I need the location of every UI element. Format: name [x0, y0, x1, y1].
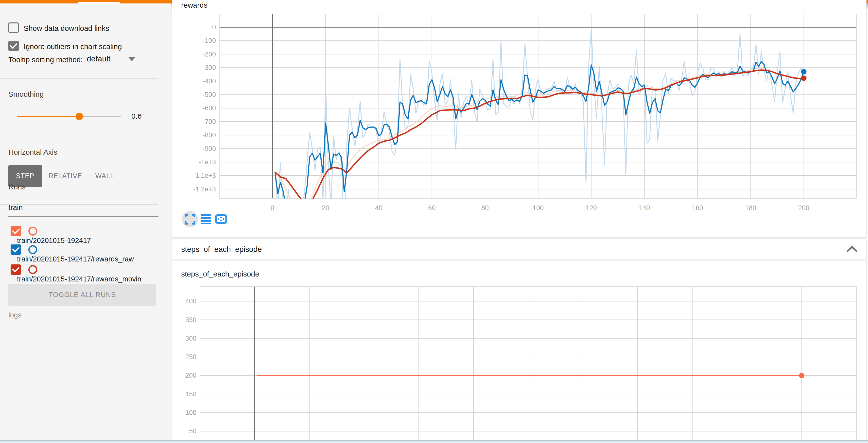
run-filter-input[interactable]: train — [8, 202, 158, 216]
run-radio[interactable] — [28, 245, 37, 254]
svg-text:-900: -900 — [203, 145, 216, 152]
svg-text:0: 0 — [271, 204, 274, 212]
steps-card-title: steps_of_each_episode — [181, 270, 259, 278]
ignore-outliers-checkbox[interactable] — [8, 41, 19, 51]
tooltip-sorting-value: default — [87, 54, 111, 63]
svg-text:200: 200 — [185, 372, 196, 379]
svg-text:-300: -300 — [203, 64, 216, 71]
run-label: train/20201015-192417/rewards_raw — [17, 255, 144, 263]
svg-text:100: 100 — [533, 204, 544, 212]
svg-text:80: 80 — [481, 204, 489, 212]
svg-text:250: 250 — [185, 353, 196, 361]
toggle-all-runs-button[interactable]: TOGGLE ALL RUNS — [8, 284, 156, 306]
svg-text:40: 40 — [375, 204, 382, 212]
run-label: train/20201015-192417 — [17, 236, 144, 245]
divider — [0, 141, 158, 141]
axis-wall-button[interactable]: WALL — [89, 165, 121, 187]
svg-text:-1.2e+3: -1.2e+3 — [193, 185, 216, 193]
steps-section-title: steps_of_each_episode — [181, 245, 262, 254]
axis-relative-button[interactable]: RELATIVE — [47, 165, 84, 187]
run-row[interactable]: train/20201015-192417/rewards_raw — [10, 244, 172, 263]
steps-chart[interactable]: 40035030025020015010050 — [165, 284, 868, 441]
svg-text:0: 0 — [212, 24, 216, 31]
svg-text:-400: -400 — [203, 78, 216, 85]
rewards-chart[interactable]: 0-100-200-300-400-500-600-700-800-900-1e… — [185, 11, 868, 218]
horizontal-axis-label: Horizontal Axis — [8, 148, 57, 156]
svg-text:-700: -700 — [203, 118, 216, 125]
run-checkbox[interactable] — [10, 244, 21, 255]
svg-text:400: 400 — [185, 297, 196, 305]
run-filter-value: train — [8, 203, 23, 212]
rewards-card-title: rewards — [181, 1, 208, 9]
svg-text:-600: -600 — [203, 104, 216, 112]
smoothing-slider-knob[interactable] — [76, 113, 83, 120]
run-row[interactable]: train/20201015-192417 — [10, 226, 172, 245]
show-data-download-links-checkbox[interactable] — [8, 23, 19, 33]
svg-text:300: 300 — [185, 335, 196, 342]
svg-text:100: 100 — [185, 409, 196, 416]
run-checkbox[interactable] — [10, 264, 21, 275]
svg-text:180: 180 — [745, 204, 756, 212]
collapse-chevron-icon[interactable] — [845, 245, 859, 253]
svg-text:50: 50 — [189, 427, 196, 435]
checkmark-icon — [10, 41, 18, 49]
ignore-outliers-label: Ignore outliers in chart scaling — [24, 42, 122, 51]
svg-text:-100: -100 — [203, 37, 216, 45]
chevron-down-icon — [128, 57, 135, 61]
run-checkbox[interactable] — [10, 226, 21, 236]
bottom-scroll-strip[interactable] — [0, 441, 868, 443]
divider — [0, 79, 158, 79]
steps-section-header[interactable] — [172, 238, 867, 260]
svg-text:-1.1e+3: -1.1e+3 — [193, 172, 216, 179]
smoothing-value-input[interactable]: 0.6 — [129, 110, 158, 125]
svg-text:-1e+3: -1e+3 — [199, 158, 216, 166]
logs-label: logs — [8, 311, 22, 319]
runs-label: Runs — [8, 183, 26, 191]
tooltip-sorting-dropdown[interactable]: default — [86, 53, 139, 66]
svg-text:120: 120 — [586, 204, 597, 212]
svg-text:-500: -500 — [203, 91, 216, 98]
tooltip-sorting-label: Tooltip sorting method: — [8, 56, 83, 64]
svg-text:140: 140 — [639, 204, 650, 212]
svg-text:60: 60 — [428, 204, 435, 212]
smoothing-value: 0.6 — [131, 112, 142, 120]
svg-text:200: 200 — [798, 204, 809, 212]
svg-text:350: 350 — [185, 316, 196, 324]
smoothing-slider[interactable] — [17, 112, 121, 121]
svg-text:150: 150 — [185, 390, 196, 398]
sidebar: Show data download links Ignore outliers… — [0, 3, 172, 443]
run-radio[interactable] — [28, 227, 37, 236]
smoothing-label: Smoothing — [8, 90, 43, 98]
run-radio[interactable] — [28, 265, 37, 274]
svg-text:-200: -200 — [203, 51, 216, 58]
svg-text:-800: -800 — [203, 131, 216, 139]
svg-text:160: 160 — [692, 204, 703, 212]
show-data-download-links-label: Show data download links — [24, 24, 109, 33]
svg-text:20: 20 — [322, 204, 329, 212]
